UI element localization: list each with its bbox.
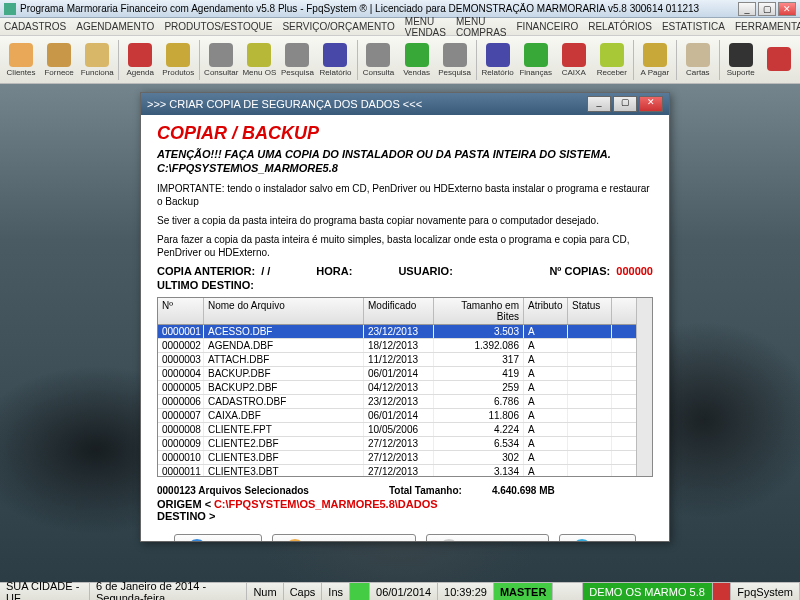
exit-icon: [572, 539, 592, 541]
toolbar-label: CAIXA: [562, 68, 586, 77]
exit-icon: [767, 47, 791, 71]
col-status[interactable]: Status: [568, 298, 612, 324]
toolbar-exit[interactable]: [760, 38, 798, 82]
toolbar-label: Pesquisa: [438, 68, 471, 77]
dialog-titlebar[interactable]: >>> CRIAR COPIA DE SEGURANÇA DOS DADOS <…: [141, 93, 669, 115]
fornece-icon: [47, 43, 71, 67]
note-2: Se tiver a copia da pasta inteira do pro…: [157, 214, 653, 227]
info-icon: [187, 539, 207, 541]
usuario-label: USUARIO:: [398, 265, 452, 277]
status-spacer: [553, 583, 583, 600]
origem-value: C:\FPQSYSTEM\OS_MARMORE5.8\DADOS: [214, 498, 438, 510]
table-row[interactable]: 0000001ACESSO.DBF23/12/20133.503A: [158, 325, 636, 339]
total-value: 4.640.698 MB: [492, 485, 555, 496]
menu-relatorios[interactable]: RELATÓRIOS: [588, 21, 652, 32]
toolbar-receber[interactable]: Receber: [593, 38, 631, 82]
dialog-maximize-button[interactable]: ▢: [613, 96, 637, 112]
table-row[interactable]: 0000002AGENDA.DBF18/12/20131.392.086A: [158, 339, 636, 353]
dialog-minimize-button[interactable]: _: [587, 96, 611, 112]
cartas-icon: [686, 43, 710, 67]
toolbar-label: Agenda: [126, 68, 154, 77]
toolbar-cartas[interactable]: Cartas: [679, 38, 717, 82]
table-row[interactable]: 0000009CLIENTE2.DBF27/12/20136.534A: [158, 437, 636, 451]
toolbar-label: Relatório: [482, 68, 514, 77]
status-master: MASTER: [494, 583, 553, 600]
col-num[interactable]: Nº: [158, 298, 204, 324]
toolbar-label: Clientes: [7, 68, 36, 77]
menu-estatistica[interactable]: ESTATISTICA: [662, 21, 725, 32]
caixa-icon: [562, 43, 586, 67]
ajuda-button[interactable]: AJUDA: [174, 534, 262, 541]
toolbar-relatório[interactable]: Relatório: [479, 38, 517, 82]
toolbar-clientes[interactable]: Clientes: [2, 38, 40, 82]
toolbar-pesquisa[interactable]: Pesquisa: [278, 38, 316, 82]
toolbar-caixa[interactable]: CAIXA: [555, 38, 593, 82]
produtos-icon: [166, 43, 190, 67]
toolbar-suporte[interactable]: Suporte: [722, 38, 760, 82]
selected-count: 0000123 Arquivos Selecionados: [157, 485, 309, 496]
ncopias-value: 000000: [616, 265, 653, 277]
menu-agendamento[interactable]: AGENDAMENTO: [76, 21, 154, 32]
toolbar-label: Fornece: [44, 68, 73, 77]
file-grid[interactable]: Nº Nome do Arquivo Modificado Tamanho em…: [157, 297, 653, 477]
table-row[interactable]: 0000005BACKUP2.DBF04/12/2013259A: [158, 381, 636, 395]
table-row[interactable]: 0000008CLIENTE.FPT10/05/20064.224A: [158, 423, 636, 437]
menu os-icon: [247, 43, 271, 67]
local-button[interactable]: Local para a Copia: [272, 534, 416, 541]
agenda-icon: [128, 43, 152, 67]
toolbar-produtos[interactable]: Produtos: [159, 38, 197, 82]
consultar-icon: [209, 43, 233, 67]
table-row[interactable]: 0000003ATTACH.DBF11/12/2013317A: [158, 353, 636, 367]
sair-button[interactable]: SAIR: [559, 534, 637, 541]
toolbar-fornece[interactable]: Fornece: [40, 38, 78, 82]
toolbar: ClientesForneceFuncionaAgendaProdutosCon…: [0, 36, 800, 84]
table-row[interactable]: 0000010CLIENTE3.DBF27/12/2013302A: [158, 451, 636, 465]
note-3: Para fazer a copia da pasta inteira é mu…: [157, 233, 653, 259]
toolbar-label: Menu OS: [242, 68, 276, 77]
grid-body[interactable]: 0000001ACESSO.DBF23/12/20133.503A0000002…: [158, 325, 636, 476]
clientes-icon: [9, 43, 33, 67]
suporte-icon: [729, 43, 753, 67]
maximize-button[interactable]: ▢: [758, 2, 776, 16]
status-indicator: [350, 583, 370, 600]
toolbar-funciona[interactable]: Funciona: [78, 38, 116, 82]
check-icon: [439, 539, 459, 541]
close-button[interactable]: ✕: [778, 2, 796, 16]
grid-scrollbar[interactable]: [636, 298, 652, 476]
iniciar-button[interactable]: Iniciar a Copia: [426, 534, 548, 541]
table-row[interactable]: 0000006CADASTRO.DBF23/12/20136.786A: [158, 395, 636, 409]
statusbar: SUA CIDADE - UF 6 de Janeiro de 2014 - S…: [0, 582, 800, 600]
menu-produtos[interactable]: PRODUTOS/ESTOQUE: [164, 21, 272, 32]
toolbar-relatório[interactable]: Relatório: [316, 38, 354, 82]
dialog-close-button[interactable]: ✕: [639, 96, 663, 112]
destino-label: DESTINO >: [157, 510, 215, 522]
toolbar-consulta[interactable]: Consulta: [359, 38, 397, 82]
menu-ferramentas[interactable]: FERRAMENTAS: [735, 21, 800, 32]
menu-cadastros[interactable]: CADASTROS: [4, 21, 66, 32]
minimize-button[interactable]: _: [738, 2, 756, 16]
col-atributo[interactable]: Atributo: [524, 298, 568, 324]
status-time: 10:39:29: [438, 583, 494, 600]
table-row[interactable]: 0000004BACKUP.DBF06/01/2014419A: [158, 367, 636, 381]
note-1: IMPORTANTE: tendo o instalador salvo em …: [157, 182, 653, 208]
toolbar-label: Relatório: [319, 68, 351, 77]
toolbar-label: Produtos: [162, 68, 194, 77]
toolbar-finanças[interactable]: Finanças: [517, 38, 555, 82]
col-tamanho[interactable]: Tamanho em Bites: [434, 298, 524, 324]
toolbar-menu os[interactable]: Menu OS: [240, 38, 278, 82]
table-row[interactable]: 0000011CLIENTE3.DBT27/12/20133.134A: [158, 465, 636, 476]
toolbar-vendas[interactable]: Vendas: [398, 38, 436, 82]
menu-financeiro[interactable]: FINANCEIRO: [517, 21, 579, 32]
toolbar-label: Funciona: [81, 68, 114, 77]
toolbar-agenda[interactable]: Agenda: [121, 38, 159, 82]
toolbar-pesquisa[interactable]: Pesquisa: [436, 38, 474, 82]
col-nome[interactable]: Nome do Arquivo: [204, 298, 364, 324]
toolbar-a pagar[interactable]: A Pagar: [636, 38, 674, 82]
toolbar-consultar[interactable]: Consultar: [202, 38, 240, 82]
menu-servico[interactable]: SERVIÇO/ORÇAMENTO: [282, 21, 394, 32]
col-modificado[interactable]: Modificado: [364, 298, 434, 324]
table-row[interactable]: 0000007CAIXA.DBF06/01/201411.806A: [158, 409, 636, 423]
menu-vendas[interactable]: MENU VENDAS: [405, 16, 446, 38]
copia-anterior-label: COPIA ANTERIOR:: [157, 265, 255, 277]
menu-compras[interactable]: MENU COMPRAS: [456, 16, 507, 38]
